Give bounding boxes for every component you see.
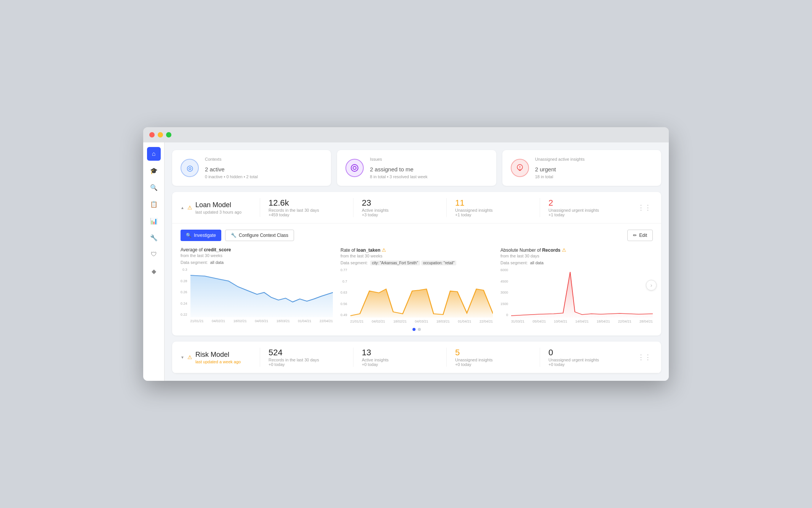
close-button[interactable]: [149, 132, 155, 137]
loan-model-stats: 12.6k Records in the last 30 days +459 t…: [260, 198, 633, 217]
edit-button[interactable]: ✏ Edit: [627, 230, 653, 241]
loan-model-chevron[interactable]: ▲: [181, 206, 184, 210]
contexts-sub: 0 inactive • 0 hidden • 2 total: [205, 174, 258, 179]
risk-stat-records: 524 Records in the last 30 days +0 today: [260, 348, 353, 367]
insights-value: 2 urgent: [535, 163, 585, 173]
chart2-segment: Data segment: city: "Arkansas_Fort Smith…: [340, 260, 493, 265]
investigate-button[interactable]: 🔍 Investigate: [181, 230, 221, 241]
risk-stat-urgent-value: 0: [548, 348, 625, 358]
chart-nav-next[interactable]: ›: [646, 280, 657, 291]
loan-stat-urgent-label: Unassigned urgent insights: [548, 208, 625, 212]
stat-card-issues: Issues 2 assigned to me 8 in total • 3 r…: [337, 150, 496, 186]
loan-stat-urgent: 2 Unassigned urgent insights +1 today: [540, 198, 633, 217]
loan-stat-urgent-value: 2: [548, 198, 625, 208]
loan-stat-active: 23 Active insights +3 today: [353, 198, 446, 217]
sidebar-item-learn[interactable]: 🎓: [147, 164, 161, 177]
maximize-button[interactable]: [166, 132, 171, 137]
chart-toolbar: 🔍 Investigate 🔧 Configure Context Class …: [181, 230, 653, 241]
configure-button[interactable]: 🔧 Configure Context Class: [225, 230, 294, 241]
chart-credit-score: Average of credit_score from the last 30…: [181, 247, 333, 323]
report-icon: 📋: [150, 201, 158, 208]
risk-model-stats: 524 Records in the last 30 days +0 today…: [260, 348, 633, 367]
risk-stat-urgent-sub: +0 today: [548, 362, 625, 367]
risk-model-updated: last updated a week ago: [195, 359, 241, 364]
risk-stat-records-value: 524: [269, 348, 345, 358]
sidebar-item-home[interactable]: ⌂: [147, 147, 161, 161]
risk-stat-urgent-label: Unassigned urgent insights: [548, 358, 625, 362]
risk-model-name-block: Risk Model last updated a week ago: [195, 351, 241, 364]
risk-stat-unassigned-label: Unassigned insights: [455, 358, 531, 362]
issues-sub: 8 in total • 3 resolved last week: [370, 174, 427, 179]
loan-stat-active-sub: +3 today: [362, 212, 438, 217]
sidebar-item-search[interactable]: 🔍: [147, 181, 161, 194]
dot-2[interactable]: [418, 328, 421, 331]
chart2-title: Rate of loan_taken ⚠: [340, 247, 493, 253]
loan-stat-records-value: 12.6k: [269, 198, 345, 208]
issues-info: Issues 2 assigned to me 8 in total • 3 r…: [370, 157, 427, 179]
loan-model-warning-icon: ⚠: [187, 204, 192, 211]
loan-model-chart-area: 🔍 Investigate 🔧 Configure Context Class …: [172, 224, 661, 335]
sidebar-item-star[interactable]: ◆: [147, 264, 161, 278]
loan-model-more-icon[interactable]: ⋮⋮: [636, 202, 653, 213]
chart3-title: Absolute Number of Records ⚠: [500, 247, 653, 253]
chart-toolbar-left: 🔍 Investigate 🔧 Configure Context Class: [181, 230, 294, 241]
contexts-info: Contexts 2 active 0 inactive • 0 hidden …: [205, 157, 258, 179]
learn-icon: 🎓: [150, 167, 158, 174]
loan-stat-urgent-sub: +1 today: [548, 212, 625, 217]
loan-stat-records-sub: +459 today: [269, 212, 345, 217]
insights-icon: [511, 159, 529, 177]
risk-model-header: ▼ ⚠ Risk Model last updated a week ago 5…: [172, 342, 661, 373]
loan-stat-records: 12.6k Records in the last 30 days +459 t…: [260, 198, 353, 217]
sidebar-item-shield[interactable]: 🛡: [147, 248, 161, 261]
dot-1[interactable]: [412, 328, 416, 331]
chart-pagination-dots: [181, 328, 653, 331]
loan-stat-unassigned: 11 Unassigned insights +1 today: [446, 198, 540, 217]
risk-stat-active: 13 Active insights +0 today: [353, 348, 446, 367]
stat-card-insights: Unassigned active insights 2 urgent 18 i…: [502, 150, 661, 186]
risk-stat-records-sub: +0 today: [269, 362, 345, 367]
issues-label: Issues: [370, 157, 427, 161]
search-icon: 🔍: [150, 184, 158, 191]
loan-stat-active-label: Active insights: [362, 208, 438, 212]
svg-point-1: [353, 166, 356, 169]
risk-model-warning-icon: ⚠: [187, 354, 192, 360]
chart3-svg: [511, 268, 653, 318]
loan-stat-active-value: 23: [362, 198, 438, 208]
loan-stat-unassigned-sub: +1 today: [455, 212, 531, 217]
risk-model-chevron[interactable]: ▼: [181, 355, 184, 359]
contexts-icon: ◎: [181, 159, 199, 177]
loan-model-name-block: Loan Model last updated 3 hours ago: [195, 201, 241, 214]
insights-label: Unassigned active insights: [535, 157, 585, 161]
chart1-svg: [190, 268, 333, 317]
chart1-x-labels: 21/01/2104/02/2118/02/2104/03/2118/03/21…: [190, 319, 333, 323]
star-icon: ◆: [152, 268, 156, 275]
loan-stat-unassigned-label: Unassigned insights: [455, 208, 531, 212]
investigate-icon: 🔍: [186, 233, 192, 238]
insights-sub: 18 in total: [535, 174, 585, 179]
chart1-title: Average of credit_score: [181, 247, 333, 252]
shield-icon: 🛡: [151, 251, 157, 258]
loan-stat-records-label: Records in the last 30 days: [269, 208, 345, 212]
loan-model-header: ▲ ⚠ Loan Model last updated 3 hours ago …: [172, 192, 661, 224]
loan-stat-unassigned-value: 11: [455, 198, 531, 208]
svg-point-0: [351, 165, 358, 171]
chart1-subtitle: from the last 30 weeks: [181, 253, 333, 258]
stat-card-contexts: ◎ Contexts 2 active 0 inactive • 0 hidde…: [172, 150, 331, 186]
sidebar-item-table[interactable]: 📊: [147, 214, 161, 228]
risk-stat-urgent: 0 Unassigned urgent insights +0 today: [540, 348, 633, 367]
sidebar-item-report[interactable]: 📋: [147, 197, 161, 211]
loan-model-updated: last updated 3 hours ago: [195, 210, 241, 214]
risk-stat-records-label: Records in the last 30 days: [269, 358, 345, 362]
sidebar: ⌂ 🎓 🔍 📋 📊 🔧 🛡 ◆: [143, 142, 165, 381]
contexts-value: 2 active: [205, 163, 258, 173]
minimize-button[interactable]: [158, 132, 163, 137]
titlebar: [143, 127, 669, 142]
chart-records: Absolute Number of Records ⚠ from the la…: [500, 247, 653, 323]
risk-model-more-icon[interactable]: ⋮⋮: [636, 351, 653, 363]
sidebar-item-settings[interactable]: 🔧: [147, 231, 161, 244]
stats-row: ◎ Contexts 2 active 0 inactive • 0 hidde…: [172, 150, 661, 186]
risk-stat-unassigned-sub: +0 today: [455, 362, 531, 367]
chart2-x-labels: 21/01/2104/02/2118/02/2104/03/2118/03/21…: [350, 319, 493, 323]
risk-stat-unassigned-value: 5: [455, 348, 531, 358]
edit-icon: ✏: [633, 233, 637, 238]
